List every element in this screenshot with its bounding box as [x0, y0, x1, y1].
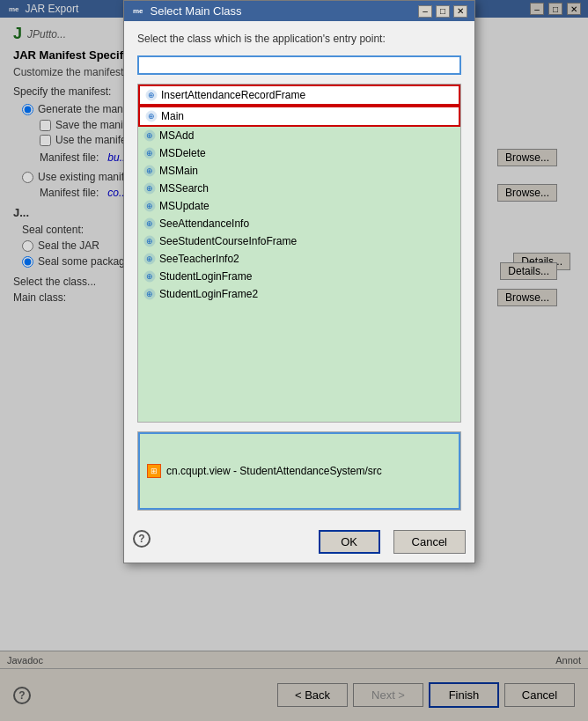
svg-text:⊕: ⊕ — [148, 112, 155, 121]
class-list-item[interactable]: ⊕MSAdd — [138, 127, 460, 144]
dialog-help-button[interactable]: ? — [133, 530, 151, 548]
class-list-item[interactable]: ⊕StudentLoginFrame2 — [138, 285, 460, 303]
dialog-button-bar: ? OK Cancel — [124, 521, 474, 563]
class-item-icon: ⊕ — [145, 89, 158, 101]
svg-text:⊕: ⊕ — [146, 254, 153, 263]
dialog-close-btn[interactable]: ✕ — [453, 5, 467, 18]
svg-text:⊕: ⊕ — [148, 91, 155, 99]
class-list-item[interactable]: ⊕MSMain — [138, 162, 460, 180]
dialog-me-icon: me — [131, 6, 145, 16]
class-list-item[interactable]: ⊕MSSearch — [138, 180, 460, 197]
class-item-name: MSMain — [159, 165, 198, 177]
class-item-name: MSSearch — [159, 182, 209, 195]
class-list-item[interactable]: ⊕SeeStudentCourseInfoFrame — [138, 232, 460, 250]
source-folder-label: cn.cqupt.view - StudentAttendanceSystem/… — [166, 465, 382, 477]
class-item-name: MSUpdate — [159, 200, 209, 212]
select-main-class-dialog: me Select Main Class – □ ✕ Select the cl… — [123, 0, 475, 563]
class-item-icon: ⊕ — [145, 110, 158, 122]
class-list-item[interactable]: ⊕Main — [138, 106, 460, 127]
class-item-icon: ⊕ — [143, 235, 156, 247]
dialog-minimize-btn[interactable]: – — [418, 5, 432, 18]
class-list-item[interactable]: ⊕MSUpdate — [138, 197, 460, 215]
class-item-name: SeeStudentCourseInfoFrame — [159, 235, 297, 247]
class-item-name: MSDelete — [159, 147, 206, 159]
class-list-item[interactable]: ⊕StudentLoginFrame — [138, 268, 460, 285]
class-item-name: Main — [161, 110, 184, 122]
svg-text:⊕: ⊕ — [146, 219, 153, 228]
class-item-icon: ⊕ — [143, 165, 156, 177]
class-list-item[interactable]: ⊕MSDelete — [138, 144, 460, 162]
dialog-title-bar: me Select Main Class – □ ✕ — [124, 1, 474, 21]
dialog-title-text: Select Main Class — [151, 4, 242, 18]
class-item-icon: ⊕ — [143, 200, 156, 212]
class-item-name: StudentLoginFrame — [159, 270, 252, 283]
class-item-name: InsertAttendanceRecordFrame — [161, 89, 305, 101]
class-item-icon: ⊕ — [143, 288, 156, 300]
source-section: ⊞ cn.cqupt.view - StudentAttendanceSyste… — [137, 431, 461, 511]
cancel-button-dialog[interactable]: Cancel — [393, 530, 466, 554]
class-item-name: SeeAttendanceInfo — [159, 217, 249, 230]
ok-button[interactable]: OK — [319, 530, 380, 554]
class-item-icon: ⊕ — [143, 182, 156, 195]
class-list[interactable]: ⊕InsertAttendanceRecordFrame⊕Main⊕MSAdd⊕… — [138, 85, 460, 422]
svg-text:⊕: ⊕ — [146, 184, 153, 193]
class-list-item[interactable]: ⊕SeeTeacherInfo2 — [138, 250, 460, 268]
svg-text:⊕: ⊕ — [146, 290, 153, 298]
class-item-icon: ⊕ — [143, 253, 156, 265]
class-item-icon: ⊕ — [143, 129, 156, 142]
class-item-icon: ⊕ — [143, 147, 156, 159]
source-folder-icon: ⊞ — [147, 464, 161, 478]
class-list-item[interactable]: ⊕SeeAttendanceInfo — [138, 215, 460, 232]
svg-text:⊕: ⊕ — [146, 272, 153, 281]
class-search-input[interactable] — [137, 55, 461, 75]
class-item-name: MSAdd — [159, 129, 194, 142]
class-item-name: SeeTeacherInfo2 — [159, 253, 239, 265]
class-item-icon: ⊕ — [143, 270, 156, 283]
class-item-icon: ⊕ — [143, 217, 156, 230]
dialog-instruction: Select the class which is the applicatio… — [137, 32, 461, 47]
svg-text:⊕: ⊕ — [146, 149, 153, 158]
svg-text:⊕: ⊕ — [146, 237, 153, 246]
svg-text:⊕: ⊕ — [146, 131, 153, 140]
class-item-name: StudentLoginFrame2 — [159, 288, 258, 300]
class-list-container: ⊕InsertAttendanceRecordFrame⊕Main⊕MSAdd⊕… — [137, 84, 461, 423]
source-folder-item[interactable]: ⊞ cn.cqupt.view - StudentAttendanceSyste… — [138, 432, 460, 510]
dialog-maximize-btn[interactable]: □ — [436, 5, 450, 18]
svg-text:⊕: ⊕ — [146, 166, 153, 175]
svg-text:⊕: ⊕ — [146, 202, 153, 210]
class-list-item[interactable]: ⊕InsertAttendanceRecordFrame — [138, 85, 460, 106]
